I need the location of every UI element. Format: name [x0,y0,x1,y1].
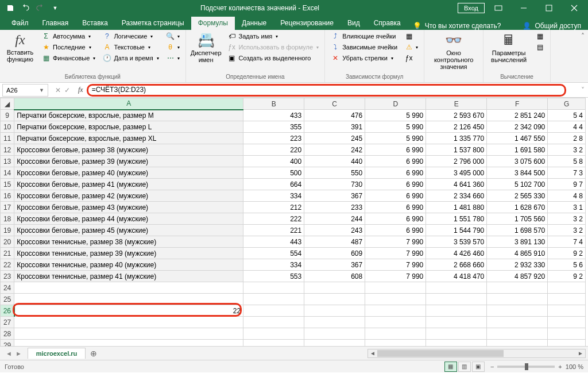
cell[interactable] [365,328,426,340]
cell[interactable]: 221 [243,225,304,236]
cell[interactable] [304,294,365,305]
row-header[interactable]: 13 [1,156,14,167]
zoom-in-icon[interactable]: + [558,363,562,370]
text-button[interactable]: AТекстовые▾ [100,42,161,52]
formula-input[interactable]: =СЧЁТЗ(D2:D23) [87,84,566,97]
cell[interactable] [365,282,426,294]
cell[interactable] [487,282,548,294]
cell[interactable]: 6 990 [365,213,426,225]
cell[interactable] [365,340,426,347]
cell[interactable]: 443 [243,236,304,248]
cell[interactable] [426,340,487,347]
tab-help[interactable]: Справка [367,17,408,30]
cell[interactable]: Кроссовки беговые, размер 38 (мужские) [14,144,243,156]
cell[interactable]: 245 [304,133,365,144]
cell[interactable]: 7 990 [365,271,426,282]
cell[interactable]: 608 [304,271,365,282]
name-box-dropdown-icon[interactable]: ▼ [39,87,44,93]
row-header[interactable]: 16 [1,190,14,202]
zoom-level[interactable]: 100 % [566,363,583,370]
recent-button[interactable]: ★Последние▾ [39,42,98,52]
cell[interactable]: 233 [304,202,365,213]
cell[interactable] [487,305,548,317]
sheet-nav-next-icon[interactable]: ► [16,350,22,357]
cell[interactable]: 3 844 500 [487,167,548,179]
cell[interactable]: 1 481 880 [426,202,487,213]
row-header[interactable]: 18 [1,213,14,225]
calc-sheet-button[interactable]: ▤ [533,42,547,52]
cell[interactable]: 5 990 [365,133,426,144]
cell[interactable]: 2 126 450 [426,121,487,133]
cell[interactable]: 5 4 [548,110,586,121]
qat-customize-icon[interactable]: ▼ [48,1,62,15]
cell[interactable]: 4 426 460 [426,248,487,259]
insert-function-button[interactable]: fx Вставить функцию [3,31,37,64]
cell[interactable]: 2 796 000 [426,156,487,167]
collapse-ribbon-icon[interactable]: ˄ [581,32,585,40]
save-icon[interactable] [3,1,17,15]
cell[interactable] [426,328,487,340]
fx-button-icon[interactable]: fx [75,86,87,94]
cell[interactable]: 6 990 [365,179,426,190]
cell[interactable]: 6 990 [365,190,426,202]
cell[interactable]: Кроссовки теннисные, размер 39 (мужские) [14,248,243,259]
cell[interactable]: 2 334 660 [426,190,487,202]
cell[interactable]: 220 [243,144,304,156]
cell[interactable]: 2 342 090 [487,121,548,133]
remove-arrows-button[interactable]: ✕Убрать стрелки▾ [328,53,400,63]
cell[interactable]: 7 990 [365,248,426,259]
cell[interactable] [243,328,304,340]
zoom-slider[interactable] [497,366,555,368]
spreadsheet-grid[interactable]: ◢ A B C D E F G 9Перчатки боксерские, вз… [0,98,588,346]
cell[interactable]: Кроссовки беговые, размер 41 (мужские) [14,179,243,190]
view-normal-icon[interactable]: ▦ [444,362,457,372]
cell[interactable]: 1 335 770 [426,133,487,144]
cell[interactable] [426,294,487,305]
cell[interactable]: 2 668 660 [426,259,487,271]
row-header[interactable]: 9 [1,110,14,121]
cell[interactable]: 3 1 [548,202,586,213]
cell[interactable] [243,340,304,347]
cell[interactable] [14,294,243,305]
select-all-button[interactable]: ◢ [1,98,14,110]
cell[interactable]: 242 [304,144,365,156]
name-manager-button[interactable]: 📇 Диспетчер имен [189,31,223,64]
tab-home[interactable]: Главная [36,17,76,30]
col-header-B[interactable]: B [243,98,304,110]
cell[interactable]: 212 [243,202,304,213]
row-header[interactable]: 26 [1,305,14,317]
cell[interactable]: 2 565 330 [487,190,548,202]
cell[interactable]: 3 075 600 [487,156,548,167]
redo-icon[interactable] [33,1,47,15]
scroll-thumb[interactable] [377,350,504,357]
cell[interactable]: Кроссовки теннисные, размер 41 (мужские) [14,271,243,282]
cell[interactable] [548,282,586,294]
row-header[interactable]: 14 [1,167,14,179]
cell[interactable]: 1 544 790 [426,225,487,236]
row-header[interactable]: 29 [1,340,14,347]
cell[interactable]: 3 2 [548,213,586,225]
create-from-selection-button[interactable]: ▣Создать из выделенного [225,53,322,63]
cell[interactable]: 664 [243,179,304,190]
accept-formula-icon[interactable]: ✓ [64,86,70,94]
sheet-tab-active[interactable]: microexcel.ru [28,348,86,359]
trace-dependents-button[interactable]: ⤵Зависимые ячейки [328,42,400,52]
row-header[interactable]: 10 [1,121,14,133]
cell[interactable]: 391 [304,121,365,133]
cell[interactable]: 476 [304,110,365,121]
horizontal-scrollbar[interactable]: ◄ ► [368,349,586,358]
scroll-right-icon[interactable]: ► [576,350,585,356]
cell[interactable]: 223 [243,133,304,144]
tab-data[interactable]: Данные [235,17,273,30]
cell[interactable]: 5 6 [548,259,586,271]
expand-formula-bar-icon[interactable]: ˅ [578,86,588,94]
cell[interactable]: 500 [243,167,304,179]
row-header[interactable]: 24 [1,282,14,294]
cell[interactable]: 3 891 130 [487,236,548,248]
cell[interactable]: 554 [243,248,304,259]
cell[interactable] [243,317,304,328]
row-header[interactable]: 27 [1,317,14,328]
row-header[interactable]: 15 [1,179,14,190]
row-header[interactable]: 28 [1,328,14,340]
cell[interactable]: 1 537 800 [426,144,487,156]
